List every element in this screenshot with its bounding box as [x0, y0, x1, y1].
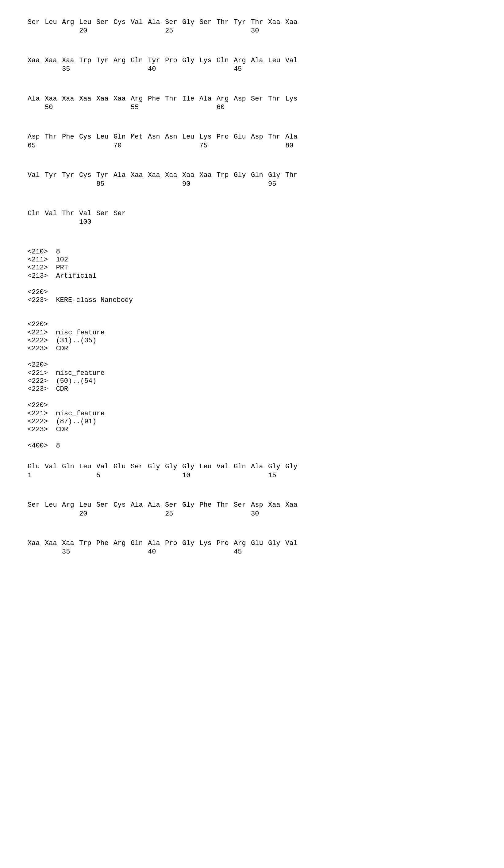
residue: Cys — [113, 501, 131, 509]
position-row: 202530 — [28, 510, 476, 518]
meta-line — [28, 304, 476, 312]
residue: Lys — [199, 133, 216, 141]
position-number — [96, 510, 113, 518]
residue: Gln — [28, 210, 45, 218]
residue: Xaa — [268, 18, 285, 27]
sequence-row: SerLeuArgLeuSerCysValAlaSerGlySerThrTyrT… — [28, 18, 476, 35]
position-number — [182, 27, 199, 35]
meta-line — [28, 394, 476, 402]
position-number — [79, 548, 96, 556]
position-number — [62, 27, 79, 35]
residue: Xaa — [96, 95, 113, 103]
residue: Gln — [251, 171, 268, 179]
residue: Xaa — [62, 539, 79, 547]
position-number: 30 — [251, 27, 268, 35]
position-number — [182, 65, 199, 73]
meta-line: <223> KERE-class Nanobody — [28, 296, 476, 304]
residue: Xaa — [45, 539, 62, 547]
position-number: 20 — [79, 27, 96, 35]
residue: Cys — [79, 171, 96, 179]
residue: Ala — [199, 95, 216, 103]
residue: Arg — [62, 501, 79, 509]
residue: Xaa — [268, 501, 285, 509]
position-number — [285, 472, 302, 480]
position-number — [216, 548, 234, 556]
residue: Gln — [62, 463, 79, 471]
position-row: 354045 — [28, 548, 476, 556]
position-number — [285, 548, 302, 556]
residue: Gly — [182, 18, 199, 27]
position-number — [148, 142, 165, 150]
meta-line: <220> — [28, 361, 476, 369]
residue: Thr — [216, 501, 234, 509]
position-number — [251, 104, 268, 112]
position-number — [234, 104, 251, 112]
position-number: 20 — [79, 510, 96, 518]
residue: Leu — [79, 18, 96, 27]
position-number — [113, 27, 131, 35]
position-number — [62, 472, 79, 480]
residue: Glu — [113, 463, 131, 471]
position-number — [79, 142, 96, 150]
position-number — [251, 548, 268, 556]
residue: Ser — [251, 95, 268, 103]
residue: Ile — [182, 95, 199, 103]
position-number — [216, 472, 234, 480]
residue: Leu — [268, 57, 285, 65]
position-row: 859095 — [28, 180, 476, 188]
meta-line: <221> misc_feature — [28, 329, 476, 337]
residue: Pro — [165, 57, 182, 65]
position-number — [96, 65, 113, 73]
residue: Ser — [28, 18, 45, 27]
residue: Gly — [148, 463, 165, 471]
position-number — [182, 104, 199, 112]
position-number — [234, 510, 251, 518]
residue: Cys — [113, 18, 131, 27]
position-number — [251, 180, 268, 188]
position-number — [268, 65, 285, 73]
position-number — [28, 548, 45, 556]
sequence-row: AlaXaaXaaXaaXaaXaaArgPheThrIleAlaArgAspS… — [28, 95, 476, 112]
position-number — [96, 142, 113, 150]
residue: Ser — [28, 501, 45, 509]
residue: Phe — [199, 501, 216, 509]
residue-row: ValTyrTyrCysTyrAlaXaaXaaXaaXaaXaaTrpGlyG… — [28, 171, 476, 179]
residue: Val — [285, 539, 302, 547]
residue: Phe — [62, 133, 79, 141]
residue: Thr — [285, 171, 302, 179]
position-number — [268, 142, 285, 150]
residue: Val — [216, 463, 234, 471]
position-number — [182, 510, 199, 518]
residue: Gly — [268, 171, 285, 179]
position-number — [96, 104, 113, 112]
position-number — [45, 218, 62, 226]
residue: Gln — [113, 133, 131, 141]
position-number — [268, 510, 285, 518]
residue: Tyr — [45, 171, 62, 179]
position-number — [182, 142, 199, 150]
position-number — [28, 218, 45, 226]
residue: Gly — [182, 501, 199, 509]
residue: Ser — [165, 18, 182, 27]
position-number — [62, 180, 79, 188]
residue: Gly — [285, 463, 302, 471]
position-number — [165, 472, 182, 480]
residue: Leu — [45, 18, 62, 27]
residue: Gln — [234, 463, 251, 471]
residue: Arg — [216, 95, 234, 103]
residue: Ala — [148, 18, 165, 27]
position-number: 35 — [62, 548, 79, 556]
position-number — [268, 27, 285, 35]
residue: Tyr — [148, 57, 165, 65]
sequence-row: GlnValThrValSerSer100 — [28, 210, 476, 227]
residue: Val — [285, 57, 302, 65]
residue: Ala — [113, 171, 131, 179]
position-number — [182, 548, 199, 556]
position-row: 202530 — [28, 27, 476, 35]
residue: Pro — [165, 539, 182, 547]
residue: Glu — [234, 133, 251, 141]
position-number: 40 — [148, 548, 165, 556]
residue: Arg — [62, 18, 79, 27]
position-number — [199, 548, 216, 556]
residue: Trp — [216, 171, 234, 179]
